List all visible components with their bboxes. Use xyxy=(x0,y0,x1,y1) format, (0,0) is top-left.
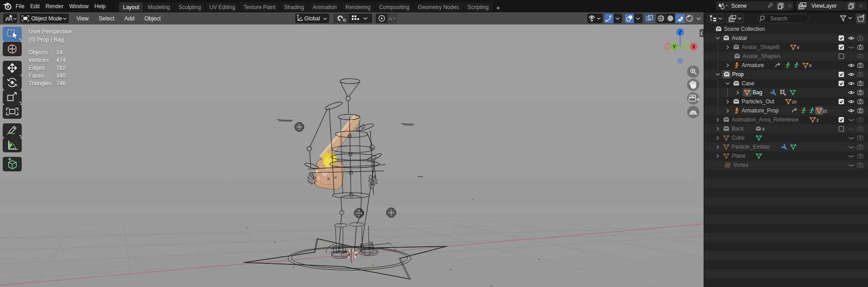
svg-text:Y: Y xyxy=(673,44,676,49)
svg-text:X: X xyxy=(692,44,695,49)
svg-text:Z: Z xyxy=(679,30,681,35)
